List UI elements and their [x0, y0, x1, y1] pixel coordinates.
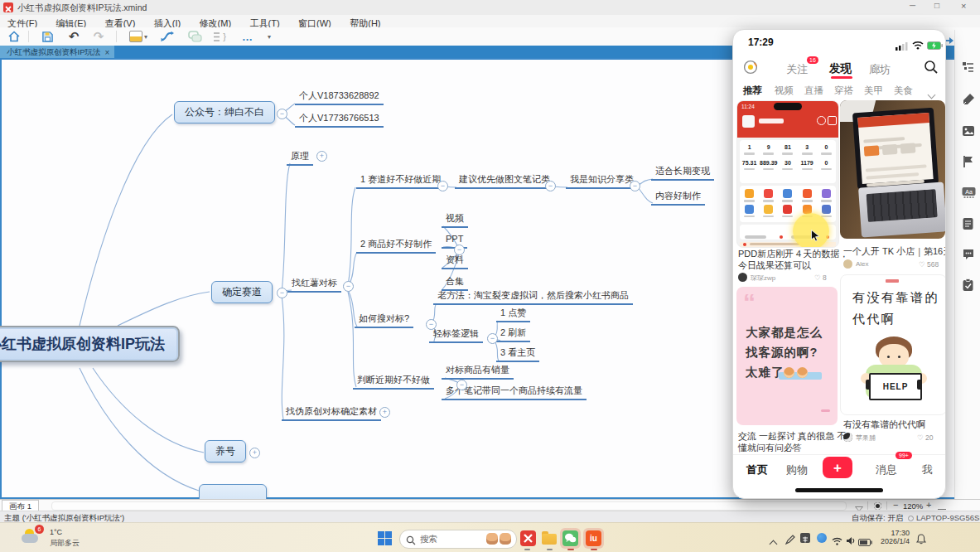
topic-q1[interactable]: 1 赛道好不好做近期: [356, 172, 445, 189]
taskbar-search[interactable]: 搜索: [399, 530, 517, 549]
card3-caption-line2[interactable]: 懂就问有问必答: [738, 442, 802, 454]
topic-root[interactable]: 小红书虚拟原创资料IP玩法: [0, 326, 180, 362]
nav-shop[interactable]: 购物: [786, 462, 808, 477]
topic-q1a[interactable]: 建议优先做图文笔记类: [455, 172, 554, 189]
pointer-mode-icon[interactable]: [874, 502, 881, 510]
toolbar-dropdown-arrow[interactable]: ▾: [260, 28, 278, 45]
tray-pen-icon[interactable]: [785, 533, 795, 548]
topic-q2[interactable]: 2 商品好不好制作: [356, 236, 436, 254]
card4-author[interactable]: 苹果脯: [856, 433, 876, 443]
card4-likes[interactable]: ♡ 20: [917, 433, 933, 442]
topic-gongzhonghao[interactable]: 公众号：绅白不白: [174, 101, 275, 123]
document-tab[interactable]: 小红书虚拟原创资料IP玩法 ×: [0, 46, 114, 59]
topic-q3b1[interactable]: 1 点赞: [496, 305, 530, 322]
tray-notification-icon[interactable]: [916, 533, 926, 548]
zoom-out-button[interactable]: −: [893, 500, 898, 510]
nav-messages[interactable]: 消息: [876, 462, 897, 477]
card2-avatar[interactable]: [843, 259, 852, 269]
collapse-toggle[interactable]: −: [630, 181, 640, 191]
feed-card-help[interactable]: 有没有靠谱的 代代啊 HELP: [840, 274, 946, 415]
cat-tab-outfit[interactable]: 穿搭: [834, 85, 853, 97]
live-icon[interactable]: [743, 60, 758, 78]
topic-track[interactable]: 确定赛道: [211, 281, 273, 303]
topic-q3b2[interactable]: 2 刷新: [496, 325, 530, 342]
tray-clock[interactable]: 17:30 2026/1/4: [871, 529, 910, 545]
collapse-toggle[interactable]: −: [426, 319, 437, 330]
card1-likes[interactable]: ♡ 8: [814, 274, 827, 282]
collapse-toggle[interactable]: −: [343, 281, 354, 292]
cat-tabs-chevron-icon[interactable]: [929, 86, 934, 101]
phone-mirror-window[interactable]: 17:29 关注 16 发现 廊坊 推荐 视频 直播 穿搭 美甲 美食: [732, 29, 946, 499]
topic-ziliao[interactable]: 资料: [442, 252, 468, 269]
topic-benchmark[interactable]: 找红薯对标: [287, 275, 341, 293]
topic-pseudo[interactable]: 找伪原创对标确定素材: [282, 404, 381, 421]
image-icon[interactable]: [962, 124, 975, 138]
zoom-in-button[interactable]: +: [926, 500, 931, 510]
topic-q1b1[interactable]: 适合长期变现: [651, 163, 714, 181]
expand-toggle[interactable]: +: [379, 407, 390, 418]
close-button[interactable]: ×: [961, 1, 966, 11]
card1-caption-line2[interactable]: 今日战果还算可以: [738, 259, 811, 272]
relationship-button[interactable]: [159, 28, 177, 45]
tray-chevron-icon[interactable]: [770, 535, 776, 550]
cat-tab-live[interactable]: 直播: [804, 85, 823, 97]
more-tools-button[interactable]: …: [239, 28, 257, 45]
cat-tab-video[interactable]: 视频: [775, 85, 794, 97]
card1-avatar[interactable]: [738, 273, 747, 282]
card1-caption-line1[interactable]: PDD新店刚开４天的数据，: [738, 248, 848, 260]
topic-q3a[interactable]: 老方法：淘宝裂变虚拟词，然后搜索小红书商品: [433, 288, 633, 305]
style-button[interactable]: ▾: [126, 28, 151, 45]
topic-q1b2[interactable]: 内容好制作: [651, 188, 705, 206]
feed-card-quote[interactable]: “ 大家都是怎么 找客源的啊? 太难了: [736, 287, 838, 425]
save-button[interactable]: [38, 28, 56, 45]
topic-q4a[interactable]: 对标商品有销量: [442, 362, 514, 380]
collapse-toggle[interactable]: −: [454, 245, 465, 255]
feed-card-tk-image[interactable]: [840, 100, 945, 239]
home-button[interactable]: [5, 28, 23, 45]
card3-caption-line1[interactable]: 交流 一起探讨 真的很急 不: [738, 430, 846, 443]
format-brush-icon[interactable]: [962, 93, 975, 106]
expand-toggle[interactable]: +: [249, 448, 260, 458]
maximize-button[interactable]: □: [934, 1, 939, 10]
collapse-toggle[interactable]: −: [277, 109, 287, 119]
topic-video[interactable]: 视频: [442, 211, 468, 228]
cat-tab-recommend[interactable]: 推荐: [743, 85, 762, 97]
topic-q3b[interactable]: 轻标签逻辑: [429, 326, 483, 343]
horizontal-scrollbar[interactable]: [51, 501, 847, 511]
taskbar-iu-app-icon[interactable]: iu: [586, 530, 601, 546]
cat-tab-food[interactable]: 美食: [894, 85, 913, 97]
minimize-button[interactable]: ─: [910, 1, 915, 10]
redo-button[interactable]: ↷: [89, 28, 108, 45]
topic-clipped[interactable]: [199, 484, 267, 499]
task-clipboard-icon[interactable]: [962, 278, 975, 292]
card2-likes[interactable]: ♡ 568: [919, 260, 939, 269]
card2-author[interactable]: Alex: [856, 260, 869, 268]
boundary-button[interactable]: [186, 28, 204, 45]
canvas-tab[interactable]: 画布 1: [2, 500, 39, 511]
topic-v1[interactable]: 个人V18733628892: [295, 88, 384, 105]
card4-caption[interactable]: 有没有靠谱的代代啊: [843, 419, 925, 431]
tray-browser-icon[interactable]: [817, 533, 827, 543]
topic-q3b3[interactable]: 3 看主页: [496, 345, 539, 362]
card2-caption[interactable]: 一个人开 TK 小店｜第16天: [843, 245, 946, 258]
tab-discover[interactable]: 发现: [829, 61, 852, 76]
tab-close-icon[interactable]: ×: [104, 48, 109, 57]
compose-button[interactable]: +: [823, 457, 852, 478]
tray-ime-icon[interactable]: [800, 533, 810, 543]
label-icon[interactable]: Aa: [962, 186, 975, 199]
tab-nearby[interactable]: 廊坊: [869, 62, 891, 77]
topic-nurture[interactable]: 养号: [205, 440, 246, 462]
card4-avatar[interactable]: [843, 433, 852, 442]
collapse-toggle[interactable]: −: [545, 181, 556, 191]
topic-principle[interactable]: 原理: [287, 148, 313, 166]
topic-q4[interactable]: 判断近期好不好做: [353, 372, 434, 390]
collapse-toggle[interactable]: −: [437, 181, 448, 191]
nav-home[interactable]: 首页: [746, 462, 768, 477]
tray-battery-icon[interactable]: [858, 535, 872, 550]
card1-author[interactable]: 琛琛zwp: [751, 274, 775, 283]
start-button[interactable]: [378, 531, 392, 545]
tray-wifi-icon[interactable]: [832, 534, 842, 549]
notes-icon[interactable]: [962, 217, 975, 230]
tray-volume-icon[interactable]: [846, 534, 856, 549]
collapse-toggle[interactable]: −: [277, 288, 287, 298]
